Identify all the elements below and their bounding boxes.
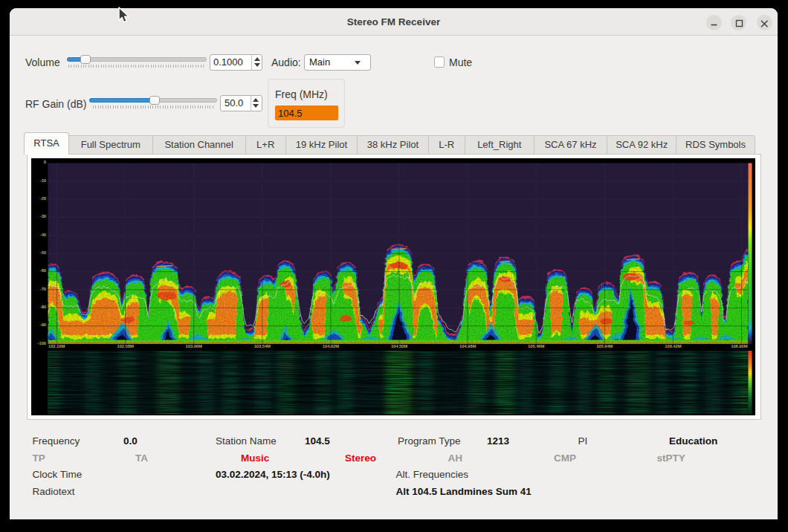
svg-text:-90: -90 [39, 322, 46, 327]
svg-text:102.58M: 102.58M [117, 344, 133, 348]
svg-text:103.54M: 103.54M [253, 344, 270, 348]
svg-text:103.06M: 103.06M [185, 344, 201, 348]
svg-text:104.02M: 104.02M [322, 344, 338, 348]
svg-text:-70: -70 [39, 286, 46, 291]
svg-text:104.50M: 104.50M [390, 344, 407, 348]
svg-text:106.90M: 106.90M [731, 344, 747, 348]
svg-text:-50: -50 [39, 250, 46, 254]
svg-text:-40: -40 [39, 232, 46, 236]
svg-text:104.98M: 104.98M [459, 344, 475, 348]
svg-text:105.94M: 105.94M [596, 344, 613, 348]
svg-text:-30: -30 [39, 214, 46, 218]
svg-text:-10: -10 [39, 178, 46, 182]
svg-text:-80: -80 [39, 304, 46, 308]
svg-text:105.46M: 105.46M [528, 344, 544, 348]
svg-text:-20: -20 [39, 195, 46, 200]
svg-text:-100: -100 [37, 340, 46, 345]
svg-text:-60: -60 [39, 268, 46, 273]
svg-text:102.10M: 102.10M [48, 344, 65, 348]
svg-text:106.42M: 106.42M [665, 344, 681, 348]
